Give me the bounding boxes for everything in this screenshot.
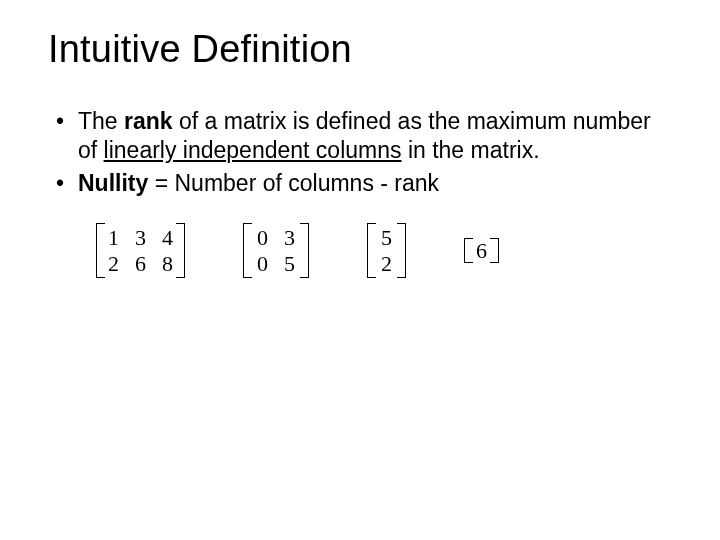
matrix-cell: 5 [284,251,295,276]
matrix-cell: 0 [257,225,268,250]
matrix-col: 3 5 [284,225,295,276]
matrix-columns: 6 [472,238,491,263]
matrix-col: 5 2 [381,225,392,276]
matrix-cell: 2 [381,251,392,276]
bracket-left-icon [96,223,104,278]
matrix-1: 1 2 3 6 4 8 [96,223,185,278]
matrix-col: 3 6 [135,225,146,276]
matrix-2: 0 0 3 5 [243,223,309,278]
matrix-col: 6 [476,238,487,263]
bracket-right-icon [301,223,309,278]
matrix-columns: 5 2 [375,223,398,278]
matrix-col: 1 2 [108,225,119,276]
bracket-right-icon [398,223,406,278]
matrix-cell: 3 [135,225,146,250]
matrix-cell: 6 [476,238,487,263]
matrix-cell: 2 [108,251,119,276]
slide: Intuitive Definition The rank of a matri… [0,0,720,540]
matrix-cell: 4 [162,225,173,250]
matrix-cell: 5 [381,225,392,250]
matrix-columns: 0 0 3 5 [251,223,301,278]
matrix-row: 1 2 3 6 4 8 0 0 [48,223,672,278]
text-fragment: in the matrix. [402,137,540,163]
matrix-cell: 6 [135,251,146,276]
matrix-cell: 0 [257,251,268,276]
bracket-left-icon [464,238,472,263]
bracket-left-icon [243,223,251,278]
bullet-list: The rank of a matrix is defined as the m… [48,107,672,197]
text-fragment: = Number of columns - rank [148,170,439,196]
text-strong-nullity: Nullity [78,170,148,196]
matrix-4: 6 [464,238,499,263]
slide-title: Intuitive Definition [48,28,672,71]
text-strong-rank: rank [124,108,173,134]
bracket-left-icon [367,223,375,278]
text-underline-li-cols: linearly independent columns [104,137,402,163]
matrix-cell: 1 [108,225,119,250]
matrix-col: 4 8 [162,225,173,276]
matrix-cell: 8 [162,251,173,276]
text-fragment: The [78,108,124,134]
matrix-cell: 3 [284,225,295,250]
bullet-nullity-definition: Nullity = Number of columns - rank [78,169,672,198]
matrix-col: 0 0 [257,225,268,276]
bullet-rank-definition: The rank of a matrix is defined as the m… [78,107,672,165]
matrix-columns: 1 2 3 6 4 8 [104,223,177,278]
bracket-right-icon [177,223,185,278]
bracket-right-icon [491,238,499,263]
matrix-3: 5 2 [367,223,406,278]
